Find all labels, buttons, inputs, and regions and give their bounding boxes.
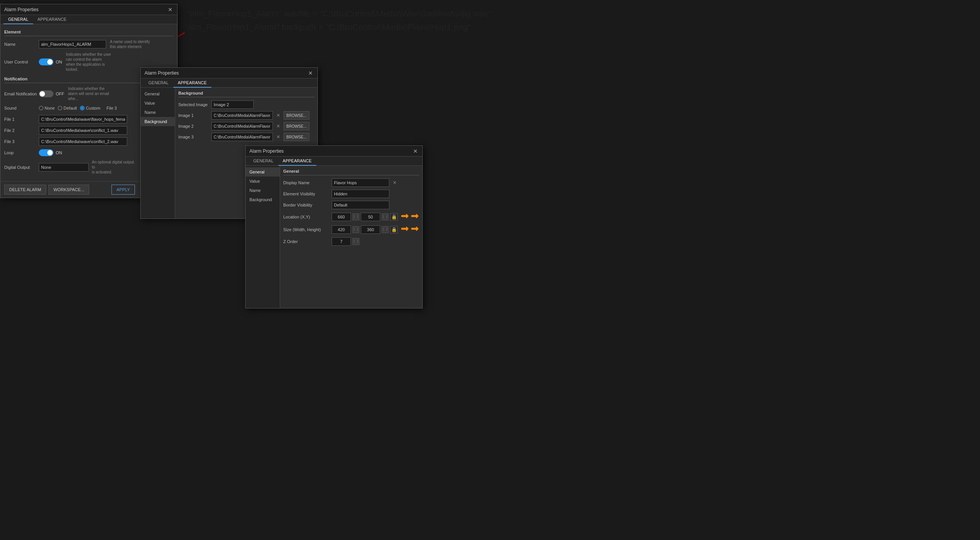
dialog3-close-button[interactable]: ✕ [412,148,419,154]
dialog3-bordervisibility-row: Border Visibility Default None Thin Thic… [283,201,419,209]
dialog1-title: Alarm Properties [4,7,38,12]
dialog3-sidebar-background[interactable]: Background [246,195,280,204]
dialog2-image2-label: Image 2 [178,124,209,128]
annotation-line1: :"alm_FlavorHop1_Alarm" wavfile = "C:\Br… [184,7,491,20]
dialog2-image1-row: Image 1 ✕ BROWSE... [178,111,314,120]
dialog3-displayname-clear-btn[interactable]: ✕ [392,180,398,185]
dialog2-image2-row: Image 2 ✕ BROWSE... [178,122,314,130]
dialog1-titlebar: Alarm Properties ✕ [0,4,177,15]
dialog1-tab-general[interactable]: GENERAL [3,15,33,24]
dialog3-size-w-grid-icon[interactable]: ⋮⋮ [352,226,359,233]
dialog3-displayname-input[interactable] [332,178,389,187]
dialog3-location-y-input[interactable] [361,213,380,221]
dialog1-file1-input[interactable] [39,115,127,123]
dialog3-size-orange-arrow: ⮕ [401,225,409,235]
dialog3-location-inputs: ⋮⋮ ⋮⋮ 🔒 ⮕ ⮕ [332,212,419,222]
dialog3-location-x-input[interactable] [332,213,351,221]
dialog3-zorder-input[interactable] [332,237,351,246]
dialog1-sound-custom[interactable]: Custom [80,106,100,110]
dialog3-size-h-input[interactable] [361,225,380,234]
dialog3-elementvisibility-label: Element Visibility [283,192,329,196]
dialog1-digitaloutput-hint: An optional digital output tois activate… [92,160,138,175]
dialog2-selectedimage-row: Selected Image Image 1 Image 2 Image 3 [178,100,314,109]
dialog3-bordervisibility-select[interactable]: Default None Thin Thick [332,201,389,209]
dialog3-size-w-input[interactable] [332,225,351,234]
dialog1-file3-input[interactable] [39,137,127,146]
dialog1-element-header: Element [4,28,173,36]
dialog1-sound-default[interactable]: Default [58,106,77,110]
dialog3-zorder-row: Z Order ⋮⋮ [283,237,419,246]
dialog3-size-inputs: ⋮⋮ ⋮⋮ 🔒 ⮕ ⮕ [332,225,419,235]
dialog1-usercontrol-toggle[interactable] [39,58,53,65]
dialog1-sound-none[interactable]: None [39,106,55,110]
dialog-alarm-properties-3: Alarm Properties ✕ GENERAL APPEARANCE Ge… [245,145,423,308]
dialog1-name-row: Name A name used to identify this alarm … [4,39,173,49]
dialog2-image2-browse-btn[interactable]: BROWSE... [284,122,309,130]
dialog3-size-lock-icon[interactable]: 🔒 [390,226,398,233]
dialog1-radio-default-label: Default [63,106,77,110]
dialog3-location-row: Location (X,Y) ⋮⋮ ⋮⋮ 🔒 ⮕ ⮕ [283,212,419,222]
dialog3-size-label: Size (Width, Height) [283,227,329,232]
dialog1-loop-toggle[interactable] [39,149,53,156]
dialog1-email-hint: Indicates whether the alarm will send an… [68,86,114,101]
dialog3-general-header: General [283,169,419,175]
dialog1-workspace-btn[interactable]: WORKSPACE... [48,185,89,195]
dialog2-tab-appearance[interactable]: APPEARANCE [173,78,211,88]
dialog3-tab-appearance[interactable]: APPEARANCE [278,157,316,166]
dialog2-selectedimage-select[interactable]: Image 1 Image 2 Image 3 [211,100,254,109]
dialog1-email-toggle[interactable] [39,90,53,97]
dialog3-titlebar: Alarm Properties ✕ [246,146,422,157]
dialog3-location-label: Location (X,Y) [283,215,329,219]
dialog3-location-orange-arrow2: ⮕ [411,212,419,222]
dialog2-close-button[interactable]: ✕ [307,70,314,76]
dialog3-elementvisibility-select[interactable]: Visible Hidden Default [332,190,389,198]
dialog1-file2-input[interactable] [39,126,127,135]
dialog3-sidebar-value[interactable]: Value [246,177,280,186]
dialog1-radio-none [39,106,43,110]
dialog1-digitaloutput-select[interactable]: None [39,163,89,172]
dialog3-sidebar: General Value Name Background [246,166,280,308]
dialog3-location-y-grid-icon[interactable]: ⋮⋮ [382,213,389,220]
dialog2-image1-browse-btn[interactable]: BROWSE... [284,111,309,120]
dialog2-sidebar-general[interactable]: General [141,89,175,98]
dialog2-image2-clear-btn[interactable]: ✕ [275,123,281,129]
dialog1-loop-label: Loop [4,150,39,155]
dialog3-size-orange-arrow2: ⮕ [411,225,419,235]
dialog3-tabs: GENERAL APPEARANCE [246,157,422,166]
dialog1-sound-file-label: File 3 [106,106,117,110]
dialog1-name-input[interactable] [39,40,106,48]
dialog1-close-button[interactable]: ✕ [167,7,173,12]
dialog2-image1-clear-btn[interactable]: ✕ [275,113,281,118]
dialog2-sidebar-value[interactable]: Value [141,98,175,108]
dialog2-image1-label: Image 1 [178,113,209,118]
dialog2-title: Alarm Properties [145,70,179,76]
dialog2-image1-path[interactable] [211,111,273,120]
dialog2-image3-path[interactable] [211,133,273,141]
dialog2-bg-header: Background [178,91,314,97]
dialog2-tab-general[interactable]: GENERAL [144,78,173,88]
dialog1-sound-label: Sound [4,106,39,110]
dialog2-sidebar-background[interactable]: Background [141,117,175,126]
dialog1-apply-btn[interactable]: APPLY [111,185,135,195]
dialog3-sidebar-general[interactable]: General [246,167,280,177]
dialog3-displayname-label: Display Name [283,180,329,185]
dialog1-tab-appearance[interactable]: APPEARANCE [33,15,71,24]
dialog2-image2-path[interactable] [211,122,273,130]
dialog3-sidebar-name[interactable]: Name [246,186,280,195]
dialog3-size-h-grid-icon[interactable]: ⋮⋮ [382,226,389,233]
dialog1-delete-btn[interactable]: DELETE ALARM [4,185,46,195]
dialog3-location-x-grid-icon[interactable]: ⋮⋮ [352,213,359,220]
annotation-line2: "alm_FlavorHop1_Alarm" backpath = "C:\Br… [184,20,491,34]
dialog1-email-knob [40,91,45,97]
dialog2-background-section: Background Selected Image Image 1 Image … [178,91,314,141]
dialog2-tabs: GENERAL APPEARANCE [141,78,317,88]
dialog1-digitaloutput-label: Digital Output [4,165,39,170]
dialog3-location-lock-icon[interactable]: 🔒 [390,213,398,221]
dialog2-image3-browse-btn[interactable]: BROWSE... [284,133,309,141]
dialog3-zorder-grid-icon[interactable]: ⋮⋮ [352,238,359,245]
dialog1-name-hint: A name used to identify this alarm eleme… [110,39,156,49]
annotation-block: :"alm_FlavorHop1_Alarm" wavfile = "C:\Br… [184,7,491,34]
dialog2-sidebar-name[interactable]: Name [141,108,175,117]
dialog2-image3-clear-btn[interactable]: ✕ [275,134,281,140]
dialog3-tab-general[interactable]: GENERAL [249,157,278,166]
